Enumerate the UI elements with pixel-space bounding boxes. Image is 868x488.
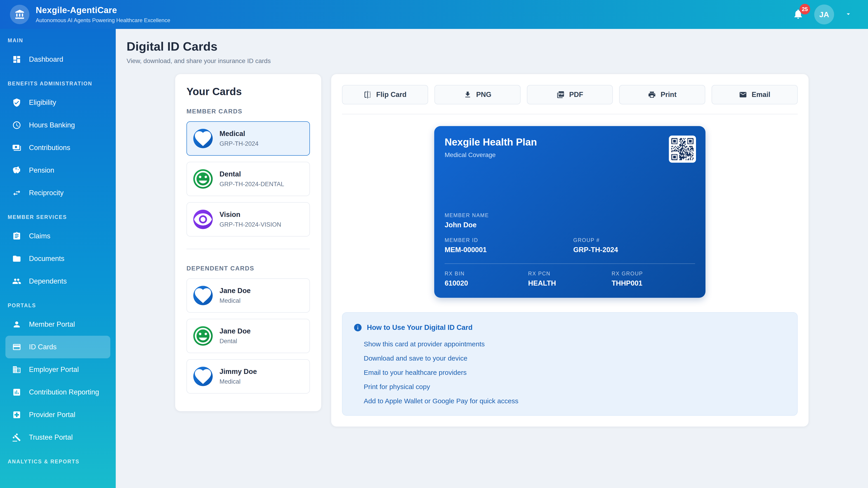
pdf-button[interactable]: PDF	[527, 85, 613, 104]
sidebar-item-label: Contribution Reporting	[29, 388, 99, 396]
sidebar-item-label: Hours Banking	[29, 121, 75, 129]
insurance-id-card: Nexgile Health Plan Medical Coverage MEM…	[434, 126, 706, 298]
sidebar-item-provider-portal[interactable]: Provider Portal	[5, 403, 110, 426]
sidebar-item-member-portal[interactable]: Member Portal	[5, 313, 110, 336]
app-subtitle: Autonomous AI Agents Powering Healthcare…	[36, 17, 170, 24]
sidebar-section-label: PORTALS	[0, 302, 116, 308]
card-list-item-jane-doe-medical[interactable]: Jane DoeMedical	[186, 278, 310, 313]
sidebar-item-eligibility[interactable]: Eligibility	[5, 91, 110, 114]
notification-badge: 25	[800, 4, 810, 14]
sidebar-item-label: Employer Portal	[29, 365, 79, 374]
card-item-subtitle: GRP-TH-2024-VISION	[219, 221, 281, 228]
heart-icon	[193, 286, 213, 305]
app-logo	[10, 5, 29, 24]
card-item-subtitle: Medical	[219, 378, 257, 385]
member-id-label: MEMBER ID	[445, 237, 573, 243]
brand-text: Nexgile-AgentiCare Autonomous AI Agents …	[36, 5, 170, 24]
avatar[interactable]: JA	[814, 4, 834, 24]
rx-group-label: RX GROUP	[612, 271, 695, 277]
page-subtitle: View, download, and share your insurance…	[127, 57, 868, 65]
card-item-title: Jane Doe	[219, 327, 251, 335]
info-icon	[353, 323, 362, 332]
card-viewer-panel: Flip CardPNGPDFPrintEmail Nexgile Health…	[331, 74, 809, 427]
sidebar-item-label: ID Cards	[29, 343, 57, 351]
person-icon	[12, 320, 21, 329]
medical-cross-icon	[12, 410, 21, 419]
card-actions: Flip CardPNGPDFPrintEmail	[342, 85, 798, 104]
info-item: Add to Apple Wallet or Google Pay for qu…	[364, 397, 786, 405]
sidebar-item-contribution-reporting[interactable]: Contribution Reporting	[5, 381, 110, 403]
sidebar-item-label: Documents	[29, 255, 64, 263]
member-id-value: MEM-000001	[445, 246, 573, 254]
rx-bin-label: RX BIN	[445, 271, 528, 277]
rx-bin-value: 610020	[445, 279, 528, 287]
coverage-type: Medical Coverage	[445, 151, 695, 159]
sidebar-item-label: Dependents	[29, 277, 67, 285]
heart-icon	[193, 367, 213, 386]
gavel-icon	[12, 433, 21, 442]
sidebar-section-label: BENEFITS ADMINISTRATION	[0, 80, 116, 87]
member-name-label: MEMBER NAME	[445, 213, 695, 219]
chevron-down-icon[interactable]	[844, 10, 852, 19]
rx-group-field: RX GROUP THHP001	[612, 271, 695, 287]
shield-check-icon	[12, 98, 21, 107]
bank-icon	[14, 9, 25, 20]
card-list-item-jane-doe-dental[interactable]: Jane DoeDental	[186, 319, 310, 353]
card-list-item-medical-grp-th-2024[interactable]: MedicalGRP-TH-2024	[186, 121, 310, 156]
heart-icon	[193, 129, 213, 148]
dashboard-icon	[12, 55, 21, 64]
sidebar-item-label: Contributions	[29, 144, 70, 152]
png-button[interactable]: PNG	[434, 85, 521, 104]
action-button-label: Flip Card	[376, 91, 406, 99]
action-button-label: PNG	[476, 91, 491, 99]
info-item: Email to your healthcare providers	[364, 369, 786, 377]
info-item: Show this card at provider appointments	[364, 340, 786, 348]
sidebar-item-contributions[interactable]: Contributions	[5, 136, 110, 159]
group-label: GROUP #	[573, 237, 695, 243]
sidebar-item-reciprocity[interactable]: Reciprocity	[5, 182, 110, 204]
sidebar-item-hours-banking[interactable]: Hours Banking	[5, 114, 110, 136]
email-button[interactable]: Email	[712, 85, 798, 104]
card-list-item-jimmy-doe-medical[interactable]: Jimmy DoeMedical	[186, 359, 310, 394]
plan-name: Nexgile Health Plan	[445, 136, 695, 148]
sidebar-item-claims[interactable]: Claims	[5, 225, 110, 248]
sidebar-item-dashboard[interactable]: Dashboard	[5, 48, 110, 71]
card-list-item-vision-grp-th-2024-vision[interactable]: VisionGRP-TH-2024-VISION	[186, 202, 310, 236]
dependent-cards-list: Jane DoeMedicalJane DoeDentalJimmy DoeMe…	[186, 278, 310, 394]
your-cards-title: Your Cards	[186, 86, 310, 98]
card-item-title: Vision	[219, 210, 281, 219]
divider	[186, 249, 310, 249]
swap-arrows-icon	[12, 188, 21, 197]
notifications-button[interactable]: 25	[793, 8, 804, 21]
sidebar-section-label: ANALYTICS & REPORTS	[0, 459, 116, 465]
sidebar-item-dependents[interactable]: Dependents	[5, 270, 110, 293]
card-item-subtitle: GRP-TH-2024	[219, 140, 258, 147]
sidebar-section-label: MEMBER SERVICES	[0, 214, 116, 220]
sidebar-item-id-cards[interactable]: ID Cards	[5, 336, 110, 358]
sidebar-item-employer-portal[interactable]: Employer Portal	[5, 358, 110, 381]
sidebar-item-trustee-portal[interactable]: Trustee Portal	[5, 426, 110, 449]
app-header: Nexgile-AgentiCare Autonomous AI Agents …	[0, 0, 868, 29]
member-cards-label: MEMBER CARDS	[186, 108, 310, 115]
info-item: Print for physical copy	[364, 383, 786, 391]
bar-chart-icon	[12, 388, 21, 397]
divider	[342, 114, 798, 114]
action-button-label: Print	[660, 91, 677, 99]
flip-icon	[364, 91, 372, 99]
print-button[interactable]: Print	[619, 85, 705, 104]
email-icon	[739, 91, 747, 99]
card-item-subtitle: GRP-TH-2024-DENTAL	[219, 181, 284, 188]
sidebar-section-portals: PORTALSMember PortalID CardsEmployer Por…	[0, 302, 116, 449]
sidebar-item-label: Dashboard	[29, 55, 63, 64]
flip-card-button[interactable]: Flip Card	[342, 85, 428, 104]
card-item-title: Medical	[219, 130, 258, 138]
sidebar-item-documents[interactable]: Documents	[5, 248, 110, 270]
folder-icon	[12, 254, 21, 263]
info-item: Download and save to your device	[364, 355, 786, 362]
sidebar-item-pension[interactable]: Pension	[5, 159, 110, 182]
rx-pcn-field: RX PCN HEALTH	[528, 271, 612, 287]
member-id-field: MEMBER ID MEM-000001	[445, 237, 573, 254]
card-list-item-dental-grp-th-2024-dental[interactable]: DentalGRP-TH-2024-DENTAL	[186, 162, 310, 196]
rx-group-value: THHP001	[612, 279, 695, 287]
download-icon	[464, 91, 472, 99]
